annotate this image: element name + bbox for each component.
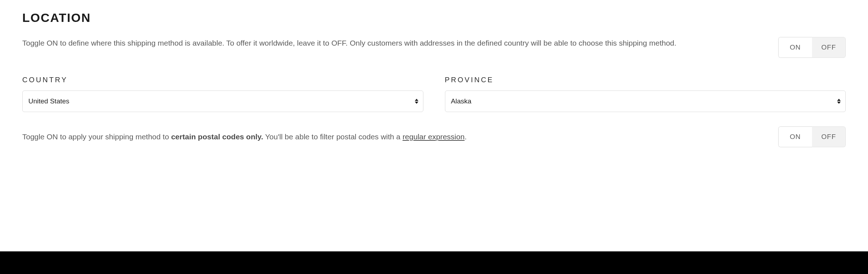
regular-expression-link[interactable]: regular expression bbox=[403, 133, 465, 141]
province-label: PROVINCE bbox=[445, 76, 846, 84]
postal-desc-bold: certain postal codes only. bbox=[171, 133, 263, 141]
location-description: Toggle ON to define where this shipping … bbox=[22, 37, 764, 49]
postal-toggle: ON OFF bbox=[778, 126, 846, 147]
location-fields: COUNTRY United States PROVINCE Alaska bbox=[22, 76, 846, 112]
province-select-wrap: Alaska bbox=[445, 90, 846, 112]
postal-desc-prefix: Toggle ON to apply your shipping method … bbox=[22, 133, 171, 141]
location-toggle: ON OFF bbox=[778, 37, 846, 58]
location-toggle-off[interactable]: OFF bbox=[812, 37, 846, 58]
postal-toggle-off[interactable]: OFF bbox=[812, 126, 846, 147]
location-toggle-row: Toggle ON to define where this shipping … bbox=[22, 37, 846, 58]
postal-toggle-on[interactable]: ON bbox=[778, 126, 812, 147]
postal-desc-mid: You'll be able to filter postal codes wi… bbox=[263, 133, 403, 141]
postal-toggle-row: Toggle ON to apply your shipping method … bbox=[22, 126, 846, 147]
province-field: PROVINCE Alaska bbox=[445, 76, 846, 112]
country-select[interactable]: United States bbox=[22, 90, 423, 112]
country-select-wrap: United States bbox=[22, 90, 423, 112]
province-select[interactable]: Alaska bbox=[445, 90, 846, 112]
location-heading: LOCATION bbox=[22, 11, 846, 25]
country-field: COUNTRY United States bbox=[22, 76, 423, 112]
country-label: COUNTRY bbox=[22, 76, 423, 84]
postal-desc-suffix: . bbox=[465, 133, 467, 141]
postal-description: Toggle ON to apply your shipping method … bbox=[22, 131, 764, 143]
location-toggle-on[interactable]: ON bbox=[778, 37, 812, 58]
